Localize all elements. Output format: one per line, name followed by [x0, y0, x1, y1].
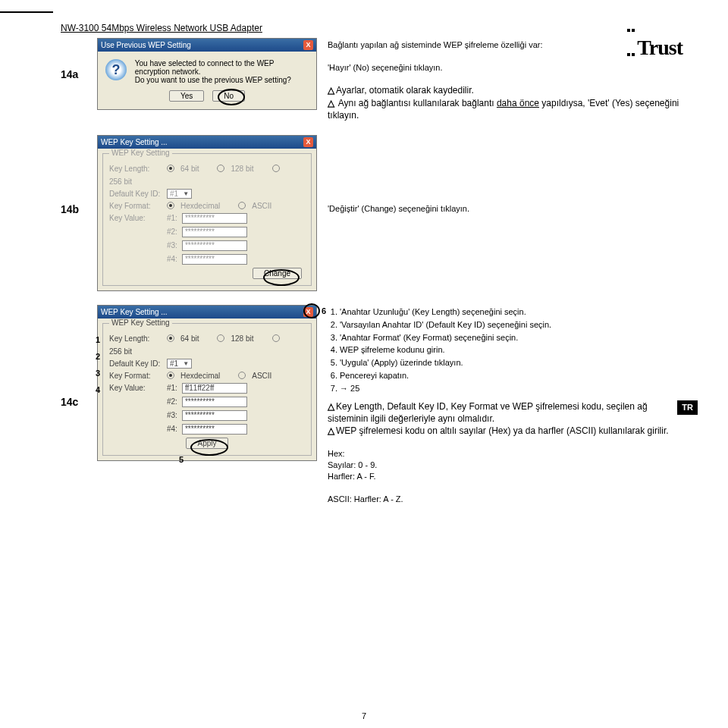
radio-128bit[interactable] [217, 334, 224, 342]
radio-256bit [272, 165, 280, 172]
list-item: → 25 [340, 383, 698, 394]
list-item: Pencereyi kapatın. [340, 370, 698, 381]
default-key-id-label: Default Key ID: [109, 190, 162, 198]
list-item: 'Anahtar Uzunluğu' (Key Length) seçeneği… [340, 306, 698, 318]
callout-6: 6 [322, 306, 326, 315]
key-value-2: ********** [182, 227, 247, 237]
hex-nums: Sayılar: 0 - 9. [328, 460, 698, 471]
key-value-3: ********** [182, 240, 247, 251]
key-length-label: Key Length: [109, 165, 162, 173]
dialog-title: Use Previous WEP Setting [101, 41, 191, 49]
row-14a: 14a Use Previous WEP Setting X ? You hav… [61, 38, 698, 121]
dialog-body: ? You have selected to connect to the WE… [98, 52, 316, 109]
warn-b: WEP şifrelemesi kodu on altılı sayılar (… [328, 425, 670, 437]
radio-256bit[interactable] [272, 334, 280, 342]
key-value-3[interactable]: ********** [182, 410, 247, 421]
screenshot-wrapper-14c: WEP Key Setting ... X WEP Key Setting Ke… [97, 305, 317, 461]
wep-fieldset-b: WEP Key Setting Key Length: 64 bit 128 b… [102, 153, 312, 286]
hex-letters: Harfler: A - F. [328, 471, 698, 482]
radio-128bit [217, 165, 224, 172]
question-icon: ? [105, 59, 127, 80]
key-value-label: Key Value: [109, 214, 162, 222]
instruction-list: 'Anahtar Uzunluğu' (Key Length) seçeneği… [328, 306, 698, 394]
panel-title-b: WEP Key Setting ... [101, 138, 168, 146]
list-item: 'Varsayılan Anahtar ID' (Default Key ID)… [340, 319, 698, 331]
key-value-1: ********** [182, 213, 247, 224]
close-circle-annotation [303, 303, 320, 318]
action-text: 'Hayır' (No) seçeneğini tıklayın. [328, 62, 698, 74]
page-number: 7 [362, 711, 366, 720]
radio-hex [167, 202, 174, 209]
radio-hex[interactable] [167, 372, 174, 379]
fieldset-legend-b: WEP Key Setting [109, 149, 172, 157]
key-format-label: Key Format: [109, 202, 162, 210]
tr-badge: TR [677, 400, 698, 415]
key-value-4: ********** [182, 254, 247, 265]
step-label-14b: 14b [61, 203, 86, 215]
step-label-14c: 14c [61, 396, 86, 408]
default-key-id-select: #1▼ [167, 189, 192, 199]
screenshot-14b: WEP Key Setting ... X WEP Key Setting Ke… [97, 135, 317, 291]
action-14b: 'Değiştir' (Change) seçeneğini tıklayın. [328, 203, 698, 215]
step-label-14a: 14a [61, 68, 86, 80]
warn-1: Ayarlar, otomatik olarak kaydedilir. [328, 84, 698, 96]
dialog-buttons: Yes No [105, 90, 309, 102]
panel-titlebar-c: WEP Key Setting ... X [98, 306, 316, 318]
no-circle-annotation [218, 89, 245, 105]
list-item: 'Uygula' (Apply) üzerinde tıklayın. [340, 357, 698, 369]
callout-3: 3 [96, 369, 100, 378]
dialog-line1: You have selected to connect to the WEP … [135, 59, 274, 76]
change-circle-annotation [263, 269, 300, 286]
callout-1: 1 [96, 335, 100, 344]
brand-logo: Trust [626, 14, 682, 62]
row-14b: 14b WEP Key Setting ... X WEP Key Settin… [61, 135, 698, 291]
screenshot-14c: WEP Key Setting ... X WEP Key Setting Ke… [97, 305, 317, 461]
list-item: WEP şifreleme kodunu girin. [340, 344, 698, 356]
page-title: NW-3100 54Mbps Wireless Network USB Adap… [61, 23, 698, 33]
apply-circle-annotation [190, 439, 228, 456]
wep-fieldset-c: WEP Key Setting Key Length: 64 bit 128 b… [102, 323, 312, 456]
callout-5: 5 [179, 455, 184, 464]
key-length-label: Key Length: [109, 334, 162, 343]
desc-14c: 'Anahtar Uzunluğu' (Key Length) seçeneği… [328, 305, 698, 505]
warn-2: Aynı ağ bağlantısı kullanılarak bağlantı… [328, 97, 698, 121]
dialog-line2: Do you want to use the previous WEP sett… [135, 76, 291, 84]
radio-ascii[interactable] [238, 372, 246, 379]
brand-text: Trust [637, 36, 682, 59]
default-key-id-select[interactable]: #1▼ [167, 359, 192, 369]
yes-button[interactable]: Yes [169, 90, 204, 102]
panel-title-c: WEP Key Setting ... [101, 308, 168, 316]
desc-14b: 'Değiştir' (Change) seçeneğini tıklayın. [328, 135, 698, 215]
top-rule [0, 11, 53, 13]
radio-64bit [167, 165, 174, 172]
key-value-4[interactable]: ********** [182, 424, 247, 435]
list-item: 'Anahtar Format' (Key Format) seçeneğini… [340, 332, 698, 344]
key-value-label: Key Value: [109, 384, 162, 392]
logo-squares-icon [626, 14, 635, 62]
row-14c: 14c WEP Key Setting ... X WEP Key Settin… [61, 305, 698, 505]
hex-heading: Hex: [328, 448, 698, 460]
callout-2: 2 [96, 352, 100, 361]
warn-a: Key Length, Default Key ID, Key Format v… [328, 400, 670, 425]
key-value-2[interactable]: ********** [182, 397, 247, 407]
default-key-id-label: Default Key ID: [109, 359, 162, 368]
key-format-label: Key Format: [109, 372, 162, 380]
dialog-text: You have selected to connect to the WEP … [135, 59, 302, 84]
key-value-1[interactable]: ff11ff22ff [182, 383, 247, 394]
radio-ascii [238, 202, 246, 209]
dialog-titlebar: Use Previous WEP Setting X [98, 39, 316, 52]
radio-64bit[interactable] [167, 334, 174, 342]
close-icon[interactable]: X [303, 40, 313, 50]
screenshot-14a: Use Previous WEP Setting X ? You have se… [97, 38, 317, 110]
ascii-line: ASCII: Harfler: A - Z. [328, 494, 698, 505]
callout-4: 4 [96, 385, 100, 394]
fieldset-legend-c: WEP Key Setting [109, 318, 172, 327]
close-icon[interactable]: X [303, 137, 313, 147]
panel-titlebar-b: WEP Key Setting ... X [98, 136, 316, 149]
